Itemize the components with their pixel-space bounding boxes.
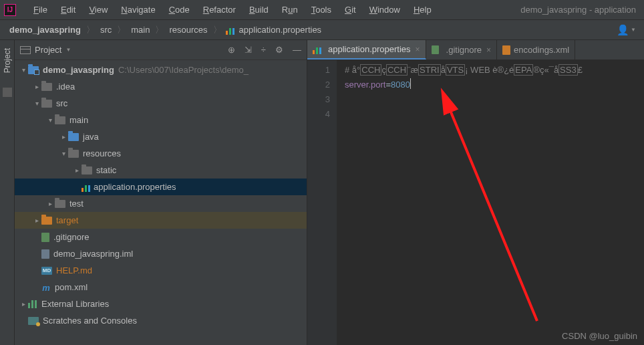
folder-icon [55,116,65,124]
xml-icon [502,45,510,55]
side-tab-structure-icon[interactable] [3,88,12,97]
menu-git[interactable]: Git [338,5,363,15]
crumb-file[interactable]: application.properties [238,25,323,35]
chevron-down-icon[interactable]: ▼ [65,47,71,53]
tree-help[interactable]: MD HELP.md [15,262,307,279]
expand-arrow-icon[interactable] [45,116,55,124]
tree-pom[interactable]: m pom.xml [15,279,307,296]
expand-arrow-icon[interactable] [45,200,55,207]
menu-run[interactable]: Run [275,5,305,15]
menu-edit[interactable]: Edit [54,5,82,15]
tree-test[interactable]: test [15,195,307,212]
module-icon [28,66,39,74]
project-tree: demo_javaspring C:\Users\007\IdeaProject… [15,60,307,345]
window-title: demo_javaspring - application [520,5,640,15]
tree-label: target [56,215,78,225]
menu-help[interactable]: Help [407,5,438,15]
gear-icon[interactable]: ⚙ [275,45,283,55]
tab-label: application.properties [328,44,411,54]
menu-refactor[interactable]: Refactor [196,5,243,15]
tree-resources[interactable]: resources [15,145,307,162]
tree-static[interactable]: static [15,162,307,179]
menu-file[interactable]: File [27,5,54,15]
tree-scratches[interactable]: Scratches and Consoles [15,312,307,329]
chevron-icon: 〉 [209,24,226,36]
tree-label: static [96,165,116,175]
iml-icon [41,249,49,259]
folder-icon [41,83,52,91]
collapse-icon[interactable]: ÷ [261,45,266,55]
tree-label: java [83,132,99,142]
crumb-resources[interactable]: resources [168,25,208,35]
tree-target[interactable]: target [15,212,307,229]
menu-view[interactable]: View [82,5,114,15]
maven-icon: m [41,283,51,292]
tree-gitignore[interactable]: .gitignore [15,229,307,245]
menu-navigate[interactable]: Navigate [114,5,162,15]
tree-appprops[interactable]: application.properties [15,179,307,195]
expand-arrow-icon[interactable] [19,66,28,74]
scratches-icon [28,317,39,325]
close-icon[interactable]: × [486,45,491,55]
app-icon: IJ [4,4,16,16]
tree-label: Scratches and Consoles [43,316,137,326]
hide-icon[interactable]: — [293,45,301,55]
svg-line-0 [445,98,537,321]
menu-code[interactable]: Code [162,5,196,15]
menu-tools[interactable]: Tools [305,5,338,15]
tree-label: External Libraries [41,299,109,309]
expand-arrow-icon[interactable] [32,217,41,224]
menu-window[interactable]: Window [363,5,407,15]
chevron-icon: 〉 [151,24,168,36]
tree-idea[interactable]: .idea [15,78,307,95]
crumb-root[interactable]: demo_javaspring [8,25,82,35]
folder-icon [41,100,52,108]
user-menu-icon[interactable]: 👤▼ [617,24,636,36]
tree-root[interactable]: demo_javaspring C:\Users\007\IdeaProject… [15,62,307,78]
gutter: 1 2 3 4 [307,60,337,345]
side-tab-project[interactable]: Project [3,45,12,76]
tree-label: .gitignore [53,232,89,242]
tree-src[interactable]: src [15,95,307,112]
breadcrumb-bar: demo_javaspring 〉 src 〉 main 〉 resources… [0,20,644,40]
expand-arrow-icon[interactable] [19,300,28,308]
tree-label: src [56,98,67,108]
code-content[interactable]: # å°CCHçCCH¨æSTRIåVTS¡ WEB è®¿éEPA®ç«¯åS… [337,60,644,345]
tree-label: demo_javaspring.iml [53,249,133,259]
properties-icon [226,25,235,35]
crumb-src[interactable]: src [99,25,113,35]
tree-label: demo_javaspring [43,65,114,75]
tab-application-properties[interactable]: application.properties × [307,40,426,60]
expand-arrow-icon[interactable] [59,150,68,157]
line-number: 2 [307,78,330,92]
expand-arrow-icon[interactable] [32,100,41,107]
tree-iml[interactable]: demo_javaspring.iml [15,245,307,262]
tab-gitignore[interactable]: .gitignore × [426,40,498,60]
folder-icon [55,200,65,208]
watermark: CSDN @luo_guibin [562,331,637,341]
editor[interactable]: 1 2 3 4 # å°CCHçCCH¨æSTRIåVTS¡ WEB è®¿éE… [307,60,644,345]
tree-main[interactable]: main [15,112,307,128]
expand-arrow-icon[interactable] [32,83,41,90]
menu-build[interactable]: Build [243,5,275,15]
expand-icon[interactable]: ⇲ [245,45,252,55]
tree-label: resources [83,148,121,158]
line-number: 3 [307,92,330,107]
tree-label: HELP.md [56,265,92,275]
close-icon[interactable]: × [416,45,420,54]
tree-external-libs[interactable]: External Libraries [15,296,307,312]
locate-icon[interactable]: ⊕ [228,45,235,55]
tree-label: pom.xml [55,282,88,292]
gitignore-icon [432,45,439,54]
chevron-icon: 〉 [113,24,130,36]
project-panel-title[interactable]: Project [35,45,61,55]
expand-arrow-icon[interactable] [59,133,68,140]
editor-tabs: application.properties × .gitignore × en… [307,40,644,60]
tab-encodings-xml[interactable]: encodings.xml [497,40,575,60]
tree-java[interactable]: java [15,128,307,145]
crumb-main[interactable]: main [130,25,151,35]
expand-arrow-icon[interactable] [72,166,82,174]
editor-area: application.properties × .gitignore × en… [307,40,644,345]
tree-path: C:\Users\007\IdeaProjects\demo_ [118,65,249,75]
properties-icon [82,183,91,192]
